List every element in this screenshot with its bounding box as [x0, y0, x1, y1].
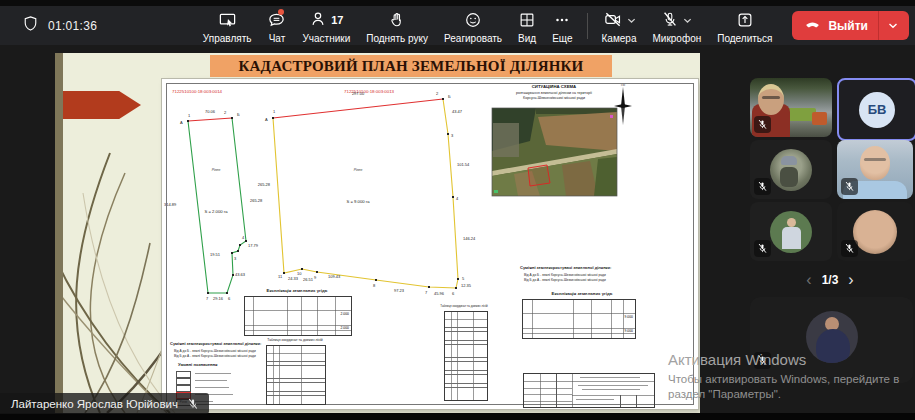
mic-muted-badge — [841, 240, 858, 257]
table-value: 9.000 — [625, 315, 634, 319]
measure-label: 17.79 — [248, 243, 259, 248]
avatar-body — [816, 329, 850, 363]
point-label: 6 — [452, 291, 455, 296]
legend-title: Умовні позначення — [178, 362, 218, 367]
react-icon — [464, 11, 482, 30]
measure-label: 12.35 — [461, 283, 472, 288]
participants-label: Участники — [302, 33, 350, 44]
measure-label: 265.28 — [250, 198, 263, 203]
coords-title-left: Таблиця координат та довжин ліній — [252, 338, 338, 342]
view-button[interactable]: Вид — [510, 8, 544, 44]
leave-button[interactable]: Выйти — [792, 11, 909, 40]
point-label: А — [265, 117, 268, 122]
measure-label: 26.51 — [303, 277, 314, 282]
svg-text:Пн: Пн — [621, 83, 625, 87]
point-label: 3 — [451, 133, 454, 138]
participants-icon — [309, 10, 327, 30]
right-parcel-boundary — [273, 99, 458, 288]
mic-muted-badge — [754, 116, 771, 133]
adjacent-title-right: Суміжні землекористувачі земельної ділян… — [520, 265, 611, 270]
avatar — [853, 210, 897, 254]
participant-video-tile-large[interactable] — [750, 297, 913, 383]
legend-text-bar — [195, 380, 227, 381]
participants-count: 17 — [331, 14, 343, 26]
chat-button[interactable]: Чат — [259, 8, 294, 44]
mic-off-icon — [661, 10, 679, 31]
measure-label: 24.33 — [288, 276, 299, 281]
manage-button[interactable]: Управлять — [195, 8, 260, 44]
bottom-strip — [0, 413, 915, 420]
mic-muted-badge — [754, 178, 771, 195]
meeting-window: 01:01:36 Управлять Чат — [0, 0, 915, 420]
legend-symbol — [176, 371, 191, 378]
coords-table-right — [444, 311, 488, 401]
adjacent-line: Від А до Б - землі Корсунь-Шевченківсько… — [174, 349, 256, 353]
raise-hand-button[interactable]: Поднять руку — [358, 8, 436, 44]
participant-video-tile[interactable] — [837, 140, 913, 199]
adjacent-line: Від Б до А - землі Корсунь-Шевченківсько… — [524, 278, 606, 282]
background-chair — [812, 112, 827, 125]
title-block — [523, 373, 655, 408]
point-label: А — [180, 120, 183, 125]
more-dots-icon — [553, 11, 571, 30]
area-label: S = 2.000 га — [205, 209, 229, 214]
page-next-icon[interactable]: › — [848, 275, 853, 285]
measure-label: 29.16 — [213, 296, 224, 301]
situational-scheme: СИТУАЦІЙНА СХЕМА розташування земельної … — [492, 83, 632, 197]
right-parcel-red-edge — [273, 99, 443, 118]
participants-button[interactable]: 17 Участники — [294, 8, 358, 44]
point-label: 2 — [224, 110, 227, 115]
scheme-subtitle: розташування земельної ділянки на терито… — [516, 91, 592, 95]
participant-video-tile[interactable] — [837, 202, 913, 261]
toolbar-left: 01:01:36 — [0, 15, 97, 36]
share-icon — [736, 11, 754, 30]
legend-symbol — [176, 378, 191, 385]
coords-table-left — [266, 345, 326, 405]
participant-video-tile[interactable] — [750, 78, 832, 137]
left-parcel-vertices — [187, 117, 247, 294]
microphone-chevron-icon[interactable] — [683, 15, 692, 26]
leave-chevron-icon[interactable] — [879, 22, 907, 29]
page-indicator: 1/3 — [822, 273, 839, 287]
measure-label: 265.28 — [258, 182, 271, 187]
adjacent-title-left: Суміжні землекористувачі земельної ділян… — [170, 341, 261, 346]
camera-button[interactable]: Камера — [594, 8, 645, 44]
avatar-body — [780, 167, 798, 187]
camera-label: Камера — [602, 33, 637, 44]
title-block-text-bar — [580, 377, 640, 378]
cadastral-number-left: 7122510100:18:003:0014 — [172, 89, 223, 94]
adjacent-line: Від Б до А - землі Корсунь-Шевченківсько… — [174, 354, 256, 358]
legend-text-bar — [195, 373, 231, 374]
view-grid-icon — [518, 11, 536, 30]
stage: КАДАСТРОВИЙ ПЛАН ЗЕМЕЛЬНОЇ ДІЛЯНКИ 71225… — [0, 45, 915, 413]
page-prev-icon[interactable]: ‹ — [806, 275, 811, 285]
explication-table-left: 2.000 2.000 — [244, 296, 352, 336]
left-parcel-boundary — [188, 118, 246, 293]
phone-down-icon — [804, 17, 821, 35]
raise-hand-icon — [388, 11, 406, 30]
point-label: 4 — [456, 196, 459, 201]
microphone-button[interactable]: Микрофон — [644, 8, 709, 44]
measure-label: 97.23 — [394, 288, 405, 293]
share-button[interactable]: Поделиться — [709, 8, 780, 44]
more-label: Еще — [552, 33, 572, 44]
legend-text-bar — [195, 387, 229, 388]
slide-left-band — [55, 53, 63, 413]
avatar — [806, 311, 858, 363]
area-label: S = 9.000 га — [347, 199, 371, 204]
title-block-line — [556, 374, 557, 407]
chat-icon — [267, 11, 286, 30]
explication-title-right: Експлікація земельних угідь — [532, 291, 632, 296]
point-label: 4 — [242, 235, 245, 240]
measure-label: 314.89 — [164, 202, 177, 207]
participant-tile-active[interactable]: БВ — [837, 78, 915, 141]
more-button[interactable]: Еще — [544, 8, 580, 44]
measure-label: 70.06 — [205, 109, 216, 114]
react-button[interactable]: Реагировать — [436, 8, 510, 44]
participant-video-tile[interactable] — [750, 202, 832, 261]
glasses — [762, 96, 780, 99]
adjacent-line: Від А до Б - землі Корсунь-Шевченківсько… — [524, 273, 606, 277]
slide-title: КАДАСТРОВИЙ ПЛАН ЗЕМЕЛЬНОЇ ДІЛЯНКИ — [210, 55, 612, 77]
participant-video-tile[interactable] — [750, 140, 832, 199]
camera-chevron-icon[interactable] — [627, 15, 636, 26]
